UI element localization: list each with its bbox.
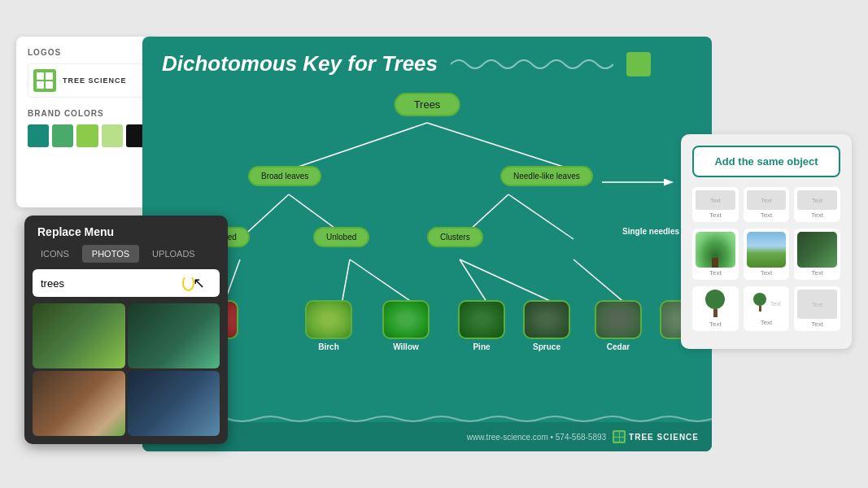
icon-label-2: Text	[761, 319, 773, 326]
object-options-row1: Text Text Text Text Text Text	[692, 187, 840, 222]
cedar-image	[595, 300, 642, 339]
node-broad: Broad leaves	[248, 166, 321, 186]
pine-image	[458, 300, 505, 339]
brand-colors-label: BRAND COLORS	[28, 109, 147, 118]
wavy-decoration	[451, 56, 613, 72]
object-option-icon-1[interactable]: Text	[692, 286, 739, 331]
leaf-willow: Willow	[382, 300, 430, 351]
color-swatch-1[interactable]	[28, 124, 49, 147]
node-needle: Needle-like leaves	[500, 166, 593, 186]
icon-label-3: Text	[811, 320, 823, 328]
pine-label: Pine	[473, 342, 490, 351]
object-options-row2: Text Text Text	[692, 229, 840, 280]
text-preview-1: Text	[696, 190, 735, 210]
search-input[interactable]	[41, 277, 177, 290]
footer-logo-icon	[613, 430, 626, 443]
tree-img-preview-2	[747, 232, 787, 268]
cedar-label: Cedar	[607, 342, 630, 351]
tree-icon-2	[752, 293, 768, 314]
clusters-label: Clusters	[427, 227, 483, 247]
node-single: Single needles	[622, 227, 679, 236]
brand-colors-row	[28, 124, 147, 147]
tree-circle-1	[705, 290, 725, 309]
svg-line-0	[289, 123, 427, 170]
leaf-pine: Pine	[458, 300, 505, 351]
single-label: Single needles	[622, 227, 679, 236]
replace-menu-tabs: ICONS PHOTOS UPLOADS	[24, 245, 228, 263]
replace-menu: Replace Menu ICONS PHOTOS UPLOADS ↖	[24, 216, 228, 444]
object-option-tree-img-3[interactable]: Text	[794, 229, 840, 280]
color-swatch-3[interactable]	[76, 124, 98, 147]
brand-logo-row: TREE SCIENCE	[28, 63, 147, 98]
bottom-wave	[142, 412, 712, 422]
svg-line-8	[342, 259, 350, 304]
willow-image	[382, 300, 430, 339]
icon-text-combo: Text	[748, 290, 784, 317]
photo-result-2[interactable]	[128, 303, 220, 368]
tree-img-preview-1	[696, 232, 735, 268]
node-clusters: Clusters	[427, 227, 483, 247]
photo-result-1[interactable]	[33, 303, 125, 368]
node-unlobed: Unlobed	[313, 227, 369, 247]
slide-title: Dichotomous Key for Trees	[162, 51, 438, 76]
node-trees: Trees	[395, 93, 460, 116]
tree-trunk-1	[713, 309, 718, 317]
color-swatch-2[interactable]	[52, 124, 73, 147]
text-preview-3: Text	[797, 190, 837, 210]
brand-logo-name: TREE SCIENCE	[63, 76, 127, 85]
footer-logo-text: TREE SCIENCE	[629, 433, 699, 442]
object-option-icon-3[interactable]: Text Text	[794, 286, 840, 331]
cursor-icon: ↖	[193, 274, 205, 292]
object-option-text-2[interactable]: Text Text	[744, 187, 790, 222]
photo-result-4[interactable]	[128, 371, 220, 436]
brand-panel: LOGOS TREE SCIENCE BRAND COLORS	[16, 37, 159, 207]
photos-grid	[24, 303, 228, 444]
tree-trunk-2	[759, 306, 761, 312]
tree-diagram: Trees Broad leaves Needle-like leaves Lo…	[142, 85, 712, 386]
tree-circle-2	[753, 293, 766, 306]
svg-line-9	[350, 259, 415, 304]
spruce-image	[523, 300, 570, 339]
text-preview-2: Text	[747, 190, 787, 210]
text-label-3: Text	[811, 211, 823, 219]
add-object-panel: Add the same object Text Text Text Text …	[681, 134, 852, 349]
tree-img-preview-3	[797, 232, 837, 268]
footer-logo: TREE SCIENCE	[613, 430, 699, 443]
tree-img-label-3: Text	[811, 269, 823, 277]
object-options-row3: Text Text Text Text Text	[692, 286, 840, 331]
spruce-label: Spruce	[533, 342, 560, 351]
green-tree-image	[696, 232, 735, 268]
text-preview-4: Text	[797, 290, 837, 319]
birch-label: Birch	[318, 342, 339, 351]
tree-img-label-1: Text	[709, 269, 722, 277]
leaf-spruce: Spruce	[523, 300, 570, 351]
tab-photos[interactable]: PHOTOS	[82, 245, 139, 263]
object-option-text-1[interactable]: Text Text	[692, 187, 739, 222]
needle-label: Needle-like leaves	[500, 166, 593, 186]
birch-image	[305, 300, 352, 339]
replace-search: ↖	[33, 269, 220, 297]
footer-contact: www.tree-science.com • 574-568-5893	[467, 433, 606, 442]
text-label-1: Text	[709, 211, 722, 219]
slide-header: Dichotomous Key for Trees	[142, 37, 712, 85]
leaf-birch: Birch	[305, 300, 352, 351]
leaf-cedar: Cedar	[595, 300, 642, 351]
photo-result-3[interactable]	[33, 371, 125, 436]
slide-footer: www.tree-science.com • 574-568-5893 TREE…	[142, 422, 712, 451]
tab-icons[interactable]: ICONS	[31, 245, 79, 263]
brand-logo-icon	[33, 69, 56, 92]
text-label-2: Text	[761, 211, 773, 219]
object-option-icon-2[interactable]: Text Text	[744, 286, 790, 331]
object-option-tree-img-2[interactable]: Text	[744, 229, 790, 280]
dark-tree-image	[797, 232, 837, 268]
tab-uploads[interactable]: UPLOADS	[142, 245, 205, 263]
willow-label: Willow	[393, 342, 419, 351]
object-option-tree-img-1[interactable]: Text	[692, 229, 739, 280]
object-option-text-3[interactable]: Text Text	[794, 187, 840, 222]
tree-icon-1	[704, 290, 726, 319]
icon-text-label: Text	[770, 301, 781, 307]
svg-line-6	[508, 194, 574, 239]
add-same-object-button[interactable]: Add the same object	[692, 146, 840, 177]
color-swatch-4[interactable]	[102, 124, 123, 147]
tree-img-label-2: Text	[761, 269, 773, 277]
